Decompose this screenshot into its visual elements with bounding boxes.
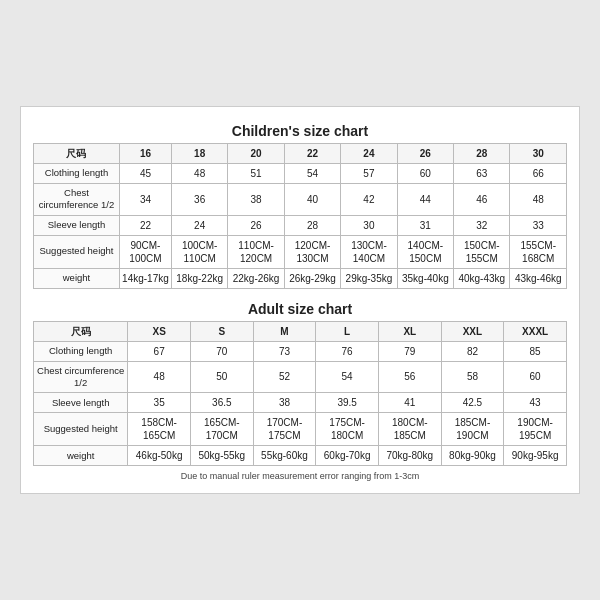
header-cell-1: XS [128,321,191,341]
cell-r3-c0: 90CM-100CM [119,235,171,268]
header-cell-2: S [190,321,253,341]
table-row: Chest circumference 1/248505254565860 [34,361,567,393]
row-label-0: Clothing length [34,341,128,361]
adult-size-table: 尺码XSSMLXLXXLXXXL Clothing length67707376… [33,321,567,467]
cell-r1-c6: 60 [504,361,567,393]
adult-header-row: 尺码XSSMLXLXXLXXXL [34,321,567,341]
row-label-2: Sleeve length [34,215,120,235]
cell-r2-c4: 41 [378,393,441,413]
cell-r4-c1: 18kg-22kg [171,268,227,288]
header-cell-1: 16 [119,143,171,163]
cell-r1-c4: 56 [378,361,441,393]
footer-note: Due to manual ruler measurement error ra… [33,466,567,483]
cell-r4-c7: 43kg-46kg [510,268,567,288]
header-cell-2: 18 [171,143,227,163]
cell-r3-c2: 110CM-120CM [228,235,284,268]
cell-r3-c3: 175CM-180CM [316,413,379,446]
cell-r2-c0: 22 [119,215,171,235]
cell-r1-c3: 54 [316,361,379,393]
cell-r0-c7: 66 [510,163,567,183]
cell-r2-c5: 31 [397,215,453,235]
cell-r2-c7: 33 [510,215,567,235]
cell-r0-c1: 70 [190,341,253,361]
cell-r4-c2: 22kg-26kg [228,268,284,288]
cell-r2-c3: 28 [284,215,340,235]
size-chart-container: Children's size chart 尺码1618202224262830… [20,106,580,494]
header-cell-7: XXXL [504,321,567,341]
cell-r0-c0: 45 [119,163,171,183]
table-row: weight46kg-50kg50kg-55kg55kg-60kg60kg-70… [34,446,567,466]
children-size-table: 尺码1618202224262830 Clothing length454851… [33,143,567,289]
table-row: Clothing length67707376798285 [34,341,567,361]
cell-r0-c3: 76 [316,341,379,361]
cell-r4-c1: 50kg-55kg [190,446,253,466]
header-cell-0: 尺码 [34,321,128,341]
cell-r1-c7: 48 [510,183,567,215]
cell-r2-c6: 43 [504,393,567,413]
table-row: Sleeve length2224262830313233 [34,215,567,235]
header-cell-5: XL [378,321,441,341]
cell-r2-c2: 26 [228,215,284,235]
cell-r2-c1: 24 [171,215,227,235]
cell-r4-c3: 26kg-29kg [284,268,340,288]
cell-r3-c5: 185CM-190CM [441,413,504,446]
cell-r4-c0: 46kg-50kg [128,446,191,466]
cell-r1-c3: 40 [284,183,340,215]
table-row: Clothing length4548515457606366 [34,163,567,183]
cell-r2-c2: 38 [253,393,316,413]
header-cell-4: 22 [284,143,340,163]
cell-r3-c1: 100CM-110CM [171,235,227,268]
cell-r1-c1: 36 [171,183,227,215]
header-cell-3: 20 [228,143,284,163]
cell-r0-c4: 79 [378,341,441,361]
cell-r3-c5: 140CM-150CM [397,235,453,268]
cell-r0-c1: 48 [171,163,227,183]
header-cell-8: 30 [510,143,567,163]
cell-r0-c5: 82 [441,341,504,361]
cell-r0-c2: 73 [253,341,316,361]
cell-r4-c5: 80kg-90kg [441,446,504,466]
cell-r1-c2: 38 [228,183,284,215]
cell-r3-c0: 158CM-165CM [128,413,191,446]
header-cell-6: 26 [397,143,453,163]
cell-r1-c5: 58 [441,361,504,393]
cell-r0-c4: 57 [341,163,397,183]
cell-r1-c0: 48 [128,361,191,393]
row-label-1: Chest circumference 1/2 [34,361,128,393]
cell-r2-c0: 35 [128,393,191,413]
cell-r1-c5: 44 [397,183,453,215]
cell-r3-c4: 130CM-140CM [341,235,397,268]
cell-r4-c4: 70kg-80kg [378,446,441,466]
cell-r2-c6: 32 [454,215,510,235]
cell-r3-c7: 155CM-168CM [510,235,567,268]
cell-r1-c2: 52 [253,361,316,393]
table-row: Suggested height158CM-165CM165CM-170CM17… [34,413,567,446]
cell-r0-c5: 60 [397,163,453,183]
cell-r3-c2: 170CM-175CM [253,413,316,446]
row-label-0: Clothing length [34,163,120,183]
cell-r3-c6: 150CM-155CM [454,235,510,268]
cell-r4-c6: 90kg-95kg [504,446,567,466]
cell-r0-c6: 63 [454,163,510,183]
cell-r3-c3: 120CM-130CM [284,235,340,268]
cell-r1-c6: 46 [454,183,510,215]
cell-r4-c5: 35kg-40kg [397,268,453,288]
adult-chart-title: Adult size chart [33,295,567,321]
header-cell-6: XXL [441,321,504,341]
cell-r3-c6: 190CM-195CM [504,413,567,446]
cell-r0-c3: 54 [284,163,340,183]
header-cell-7: 28 [454,143,510,163]
header-cell-4: L [316,321,379,341]
cell-r2-c3: 39.5 [316,393,379,413]
cell-r2-c1: 36.5 [190,393,253,413]
row-label-3: Suggested height [34,413,128,446]
row-label-1: Chest circumference 1/2 [34,183,120,215]
row-label-4: weight [34,268,120,288]
table-row: Chest circumference 1/23436384042444648 [34,183,567,215]
cell-r1-c4: 42 [341,183,397,215]
cell-r0-c0: 67 [128,341,191,361]
cell-r4-c2: 55kg-60kg [253,446,316,466]
table-row: Suggested height90CM-100CM100CM-110CM110… [34,235,567,268]
cell-r2-c4: 30 [341,215,397,235]
cell-r3-c4: 180CM-185CM [378,413,441,446]
